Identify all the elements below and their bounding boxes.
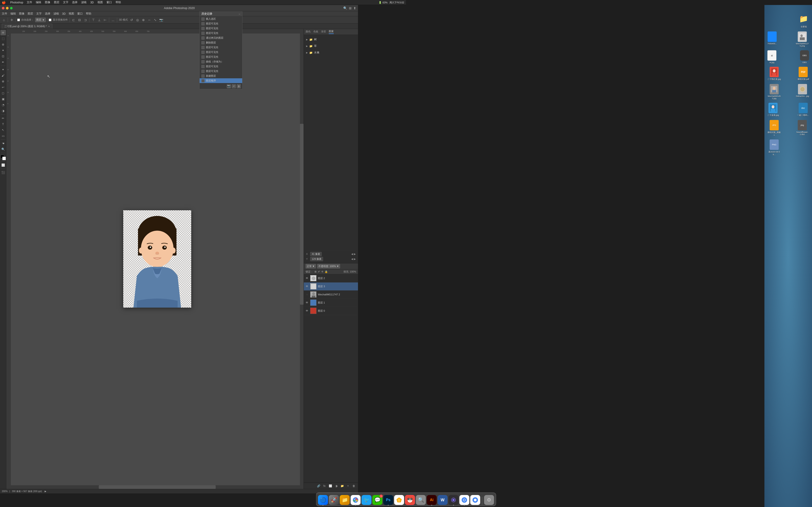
brush-tool[interactable]: 🖌 <box>0 73 6 78</box>
history-item-8[interactable]: 图层可见性 <box>200 55 242 59</box>
path-select-tool[interactable]: ↖ <box>0 127 6 133</box>
ps-menu-help[interactable]: 帮助 <box>86 12 91 16</box>
align-top-btn[interactable]: ⊤ <box>91 17 96 22</box>
align-center-btn[interactable]: ⊟ <box>77 17 82 22</box>
share-icon[interactable]: ⬆ <box>353 6 356 10</box>
hand-tool[interactable]: ☚ <box>0 140 6 146</box>
ps-canvas-area[interactable]: 1 2 3 4 5 6 7 150 200 250 300 350 400 <box>6 29 304 253</box>
tab-close-btn[interactable]: ✕ <box>48 25 50 27</box>
history-item-7[interactable]: 图层可见性 <box>200 50 242 55</box>
x-value[interactable]: 41 像素 <box>310 252 322 254</box>
history-item-10[interactable]: 图层可见性 <box>200 64 242 69</box>
history-item-9[interactable]: 曲线（存储为） <box>200 59 242 64</box>
clone-stamp-tool[interactable]: ⊕ <box>0 78 6 84</box>
maximize-button[interactable] <box>10 7 13 9</box>
scale-btn[interactable]: ⤡ <box>153 17 158 22</box>
lasso-tool[interactable]: ⊛ <box>0 42 6 47</box>
menu-3d[interactable]: 3D <box>90 1 94 4</box>
align-left-btn[interactable]: ⊏ <box>71 17 76 22</box>
history-item-2[interactable]: 图层可见性 <box>200 26 242 31</box>
minimize-button[interactable] <box>6 7 9 9</box>
history-item-13[interactable]: 图层顺序 <box>200 78 242 83</box>
camera-btn[interactable]: 📷 <box>159 17 164 22</box>
pan-btn[interactable]: ⊕ <box>141 17 146 22</box>
menu-help[interactable]: 帮助 <box>115 0 121 4</box>
gradient-tool[interactable]: ▣ <box>0 96 6 102</box>
x-down-arrow[interactable]: ▶ <box>354 252 356 254</box>
menu-image[interactable]: 图像 <box>45 0 50 4</box>
history-brush-tool[interactable]: ↩ <box>0 84 6 90</box>
rotate-btn[interactable]: ↺ <box>129 17 134 22</box>
close-button[interactable] <box>2 7 5 9</box>
ps-menu-select[interactable]: 选择 <box>45 12 50 16</box>
move-tool-option[interactable]: ✛ <box>9 17 14 22</box>
align-mid-btn[interactable]: ⊥ <box>97 17 102 22</box>
shape-tool[interactable]: ▭ <box>0 133 6 138</box>
more-options-btn[interactable]: ... <box>111 17 115 22</box>
eyedropper-tool[interactable]: ✒ <box>0 59 6 65</box>
tab-patterns[interactable]: 图案 <box>329 30 334 34</box>
restore-state-btn[interactable]: ↩ <box>232 84 236 88</box>
ps-menu-image[interactable]: 图像 <box>19 12 24 16</box>
history-panel-close[interactable]: − <box>239 12 240 16</box>
marquee-tool[interactable]: ⬚ <box>0 36 6 41</box>
ps-menu-filter[interactable]: 滤镜 <box>53 12 59 16</box>
tab-swatches[interactable]: 色板 <box>313 30 318 34</box>
pattern-group-trees[interactable]: ▶ 📁 树 <box>306 37 356 42</box>
history-item-0[interactable]: 载入选区 <box>200 16 242 21</box>
tab-color[interactable]: 颜色 <box>306 30 311 34</box>
tab-gradients[interactable]: 渐变 <box>321 30 326 34</box>
move-tool[interactable]: ✛ <box>0 30 6 35</box>
type-tool[interactable]: T <box>0 121 6 127</box>
ps-menu-view[interactable]: 视图 <box>69 12 74 16</box>
ps-menu-file[interactable]: 文件 <box>2 12 7 16</box>
home-button[interactable]: ⌂ <box>1 17 6 22</box>
menu-layer[interactable]: 图层 <box>54 0 59 4</box>
align-right-btn[interactable]: ⊐ <box>83 17 88 22</box>
history-item-6[interactable]: 图层可见性 <box>200 45 242 50</box>
menu-window[interactable]: 窗口 <box>106 0 112 4</box>
create-snapshot-btn[interactable]: 📷 <box>227 84 231 88</box>
history-item-11[interactable]: 图层可见性 <box>200 69 242 73</box>
menu-photoshop[interactable]: Photoshop <box>10 1 23 4</box>
search-icon[interactable]: 🔍 <box>343 6 347 10</box>
pattern-group-waterfowl[interactable]: ▶ 📁 水禽 <box>306 50 356 55</box>
history-item-1[interactable]: 图层可见性 <box>200 21 242 26</box>
eraser-tool[interactable]: ◻ <box>0 90 6 96</box>
history-item-5[interactable]: 删除图层 <box>200 40 242 45</box>
ps-menu-3d[interactable]: 3D <box>62 12 65 15</box>
quick-mask-tool[interactable]: ⬜ <box>0 162 6 168</box>
x-step-arrows[interactable]: ◀ ▶ <box>351 252 356 254</box>
color-swatch[interactable] <box>0 155 6 160</box>
heal-tool[interactable]: ✦ <box>0 67 6 72</box>
document-tab-1[interactable]: 二寸照.psd @ 200% (图层 3, RGB/8) * ✕ <box>2 24 52 29</box>
menu-text[interactable]: 文字 <box>63 0 68 4</box>
apple-menu[interactable]: 🍎 <box>2 1 6 4</box>
delete-state-btn[interactable]: 🗑 <box>237 84 241 88</box>
zoom-tool[interactable]: 🔍 <box>0 147 6 152</box>
window-controls[interactable] <box>2 7 13 9</box>
history-item-12[interactable]: 新建图层 <box>200 73 242 78</box>
menu-filter[interactable]: 滤镜 <box>81 0 87 4</box>
pattern-group-grass[interactable]: ▶ 📁 草 <box>306 43 356 49</box>
menu-select[interactable]: 选择 <box>72 0 78 4</box>
history-item-3[interactable]: 图层可见性 <box>200 31 242 36</box>
blur-tool[interactable]: ◔ <box>0 102 6 108</box>
slide-btn[interactable]: ↔ <box>147 17 152 22</box>
crop-tool[interactable]: ⊡ <box>0 53 6 59</box>
x-up-arrow[interactable]: ◀ <box>351 252 353 254</box>
window-icon[interactable]: ⊞ <box>349 6 352 10</box>
auto-select-checkbox[interactable] <box>17 18 20 21</box>
transform-controls-checkbox[interactable] <box>49 18 51 21</box>
ps-menu-edit[interactable]: 编辑 <box>10 12 16 16</box>
pen-tool[interactable]: ✏ <box>0 115 6 121</box>
ps-menu-window[interactable]: 窗口 <box>77 12 83 16</box>
dodge-tool[interactable]: ◑ <box>0 108 6 113</box>
menu-edit[interactable]: 编辑 <box>36 0 41 4</box>
history-item-4[interactable]: 通过拷贝的图层 <box>200 36 242 40</box>
menu-file[interactable]: 文件 <box>27 0 32 4</box>
align-bottom-btn[interactable]: ⊢ <box>103 17 108 22</box>
orbit-btn[interactable]: ◎ <box>135 17 140 22</box>
menu-view[interactable]: 视图 <box>97 0 103 4</box>
screen-mode-btn[interactable]: ⬛ <box>0 170 6 175</box>
